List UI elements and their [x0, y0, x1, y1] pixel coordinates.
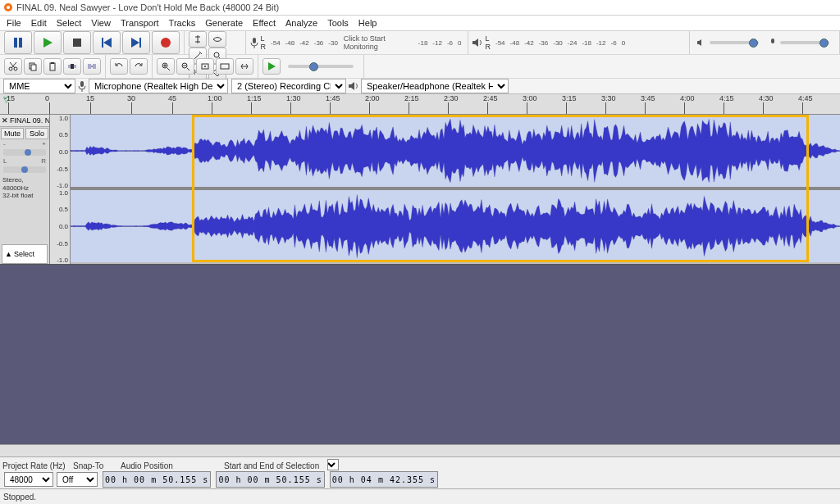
menu-view[interactable]: View	[86, 18, 116, 28]
transport-toolbar	[0, 31, 185, 54]
silence-button[interactable]	[83, 58, 101, 75]
menu-analyze[interactable]: Analyze	[281, 18, 322, 28]
redo-button[interactable]	[130, 58, 148, 75]
audio-host-select[interactable]: MME	[3, 79, 75, 93]
rec-meter-scale-right: -18-12-60	[416, 39, 464, 47]
zoom-in-button[interactable]	[157, 58, 175, 75]
edit-toolbar	[0, 55, 106, 78]
menu-bar: File Edit Select View Transport Tracks G…	[0, 16, 840, 31]
play-at-speed-toolbar	[258, 55, 364, 78]
menu-tools[interactable]: Tools	[322, 18, 354, 28]
svg-point-10	[161, 38, 171, 48]
play-meter-scale: -54-48-42-36-30-24-18-12-60	[493, 39, 628, 47]
timeline-ruler[interactable]: ▽ -15 0 15 30 45 1:00 1:15 1:30 1:45 2:0…	[0, 94, 840, 115]
pause-button[interactable]	[4, 31, 32, 54]
envelope-tool[interactable]	[208, 31, 226, 48]
svg-marker-7	[103, 38, 112, 48]
track-row: ✕FINAL 09. N▾ Mute Solo -+ LR Stereo, 48…	[0, 115, 840, 265]
recording-device-select[interactable]: Microphone (Realtek High Defini	[89, 79, 228, 93]
project-rate-select[interactable]: 48000	[4, 472, 53, 487]
horizontal-scrollbar[interactable]	[0, 444, 840, 456]
solo-button[interactable]: Solo	[25, 128, 48, 139]
svg-rect-6	[102, 38, 103, 48]
menu-tracks[interactable]: Tracks	[164, 18, 201, 28]
project-rate-label: Project Rate (Hz)	[2, 461, 68, 470]
playback-speed-slider[interactable]	[285, 65, 357, 68]
recording-volume-slider[interactable]	[769, 38, 833, 48]
zoom-toggle-button[interactable]	[235, 58, 253, 75]
play-at-speed-button[interactable]	[262, 58, 281, 75]
copy-button[interactable]	[24, 58, 42, 75]
gain-slider[interactable]	[3, 149, 46, 156]
playback-volume-slider[interactable]	[696, 39, 762, 47]
svg-rect-8	[139, 38, 141, 48]
menu-select[interactable]: Select	[52, 18, 87, 28]
svg-rect-14	[253, 38, 256, 43]
speaker-small-icon	[696, 39, 706, 47]
menu-generate[interactable]: Generate	[200, 18, 248, 28]
selection-end-display[interactable]: 00 h 04 m 42.355 s	[330, 471, 438, 488]
speaker-icon-2	[348, 81, 359, 91]
menu-edit[interactable]: Edit	[26, 18, 52, 28]
svg-rect-22	[50, 63, 55, 70]
window-title: FINAL 09. Neal Sawyer - Love Don't Hold …	[16, 2, 279, 12]
playback-meter[interactable]: LR -54-48-42-36-30-24-18-12-60	[468, 31, 691, 54]
app-icon	[3, 2, 13, 12]
selection-tool[interactable]	[189, 31, 207, 48]
menu-help[interactable]: Help	[354, 18, 382, 28]
selection-start-display[interactable]: 00 h 00 m 50.155 s	[216, 471, 324, 488]
waveform-right-channel[interactable]	[71, 190, 840, 262]
mixer-toolbar	[690, 31, 840, 54]
svg-point-38	[204, 66, 206, 67]
menu-transport[interactable]: Transport	[116, 18, 164, 28]
recording-channels-select[interactable]: 2 (Stereo) Recording Cha	[231, 79, 346, 93]
svg-line-33	[167, 68, 170, 70]
recording-meter[interactable]: LR -54-48-42-36-30 Click to Start Monito…	[246, 31, 468, 54]
empty-workspace[interactable]	[0, 265, 840, 444]
record-button[interactable]	[152, 31, 180, 54]
title-bar: FINAL 09. Neal Sawyer - Love Don't Hold …	[0, 0, 840, 16]
stop-button[interactable]	[63, 31, 91, 54]
svg-marker-42	[349, 82, 354, 90]
svg-rect-41	[80, 81, 84, 87]
track-control-panel[interactable]: ✕FINAL 09. N▾ Mute Solo -+ LR Stereo, 48…	[0, 115, 50, 264]
snap-to-select[interactable]: Off	[57, 472, 98, 487]
rec-meter-hint[interactable]: Click to Start Monitoring	[340, 34, 416, 51]
track-select-button[interactable]: ▲Select	[2, 244, 48, 264]
selection-mode-select[interactable]	[327, 459, 339, 470]
app-window: FINAL 09. Neal Sawyer - Love Don't Hold …	[0, 0, 840, 504]
undo-toolbar	[106, 55, 153, 78]
svg-marker-40	[268, 62, 276, 70]
svg-marker-4	[43, 38, 52, 48]
svg-rect-17	[771, 39, 774, 43]
svg-marker-15	[472, 39, 478, 47]
vertical-scale[interactable]: 1.0 0.5 0.0 -0.5 -1.0 1.0 0.5 0.0 -0.5 -…	[50, 115, 71, 264]
toolbar-area: LR -54-48-42-36-30 Click to Start Monito…	[0, 31, 840, 94]
track-close-icon[interactable]: ✕	[2, 116, 8, 125]
fit-selection-button[interactable]	[196, 58, 214, 75]
waveform-area[interactable]	[71, 115, 840, 264]
playback-device-select[interactable]: Speaker/Headphone (Realtek High	[361, 79, 509, 93]
mute-button[interactable]: Mute	[1, 128, 24, 139]
fit-project-button[interactable]	[216, 58, 234, 75]
menu-effect[interactable]: Effect	[248, 18, 281, 28]
snap-to-label: Snap-To	[73, 461, 116, 470]
selection-bar: Project Rate (Hz) Snap-To Audio Position…	[0, 456, 840, 488]
undo-button[interactable]	[110, 58, 128, 75]
menu-file[interactable]: File	[2, 18, 26, 28]
pan-slider[interactable]	[3, 166, 46, 173]
cut-button[interactable]	[4, 58, 22, 75]
track-title[interactable]: ✕FINAL 09. N▾	[0, 115, 49, 127]
svg-rect-21	[31, 65, 36, 70]
zoom-out-button[interactable]	[176, 58, 194, 75]
trim-button[interactable]	[63, 58, 81, 75]
skip-start-button[interactable]	[93, 31, 121, 54]
paste-button[interactable]	[43, 58, 62, 75]
svg-rect-2	[14, 38, 17, 48]
svg-marker-9	[131, 38, 139, 48]
audio-position-display[interactable]: 00 h 00 m 50.155 s	[103, 471, 211, 488]
skip-end-button[interactable]	[122, 31, 150, 54]
play-button[interactable]	[34, 31, 62, 54]
waveform-left-channel[interactable]	[71, 115, 840, 187]
status-text: Stopped.	[3, 493, 36, 502]
